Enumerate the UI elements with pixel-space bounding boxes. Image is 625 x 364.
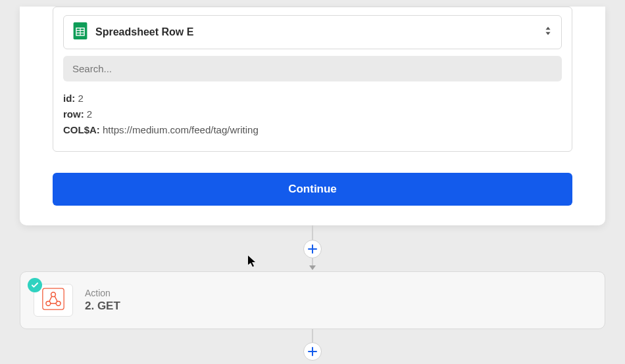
connector-top bbox=[0, 225, 625, 271]
sort-caret-icon bbox=[544, 26, 552, 39]
detail-cola-label: COL$A: bbox=[63, 124, 100, 135]
detail-cola: COL$A: https://medium.com/feed/tag/writi… bbox=[63, 122, 562, 138]
status-check-icon bbox=[28, 278, 42, 292]
add-step-button[interactable] bbox=[303, 240, 322, 258]
action-label: Action bbox=[85, 288, 120, 298]
google-sheets-icon bbox=[73, 22, 88, 42]
connector-bottom bbox=[0, 329, 625, 364]
trigger-card: Spreadsheet Row E id: 2 row: 2 COL$A: h bbox=[20, 7, 605, 225]
svg-point-10 bbox=[56, 301, 61, 306]
svg-point-9 bbox=[46, 301, 51, 306]
svg-marker-5 bbox=[545, 27, 550, 30]
action-title: 2. GET bbox=[85, 300, 120, 313]
detail-row: row: 2 bbox=[63, 106, 562, 122]
svg-rect-7 bbox=[43, 288, 64, 309]
detail-row-label: row: bbox=[63, 108, 84, 120]
add-step-button[interactable] bbox=[303, 342, 322, 361]
detail-id-label: id: bbox=[63, 93, 75, 104]
row-details: id: 2 row: 2 COL$A: https://medium.com/f… bbox=[63, 91, 562, 138]
action-icon-container bbox=[34, 284, 73, 317]
detail-id-value: 2 bbox=[78, 93, 84, 104]
svg-marker-6 bbox=[545, 32, 550, 35]
webhook-icon bbox=[42, 288, 64, 313]
connector-line bbox=[312, 329, 313, 342]
continue-button[interactable]: Continue bbox=[53, 173, 572, 206]
spreadsheet-row-label: Spreadsheet Row E bbox=[95, 26, 193, 38]
connector-line bbox=[312, 225, 313, 240]
action-step-card[interactable]: Action 2. GET bbox=[20, 271, 605, 329]
search-input[interactable] bbox=[63, 56, 562, 81]
connector-arrow-icon bbox=[312, 258, 313, 266]
svg-point-8 bbox=[51, 292, 56, 297]
row-selector-panel: Spreadsheet Row E id: 2 row: 2 COL$A: h bbox=[53, 7, 572, 152]
spreadsheet-row-dropdown[interactable]: Spreadsheet Row E bbox=[63, 15, 562, 49]
detail-row-value: 2 bbox=[87, 108, 92, 120]
detail-id: id: 2 bbox=[63, 91, 562, 106]
detail-cola-value: https://medium.com/feed/tag/writing bbox=[103, 124, 259, 135]
action-step-text: Action 2. GET bbox=[85, 288, 120, 313]
